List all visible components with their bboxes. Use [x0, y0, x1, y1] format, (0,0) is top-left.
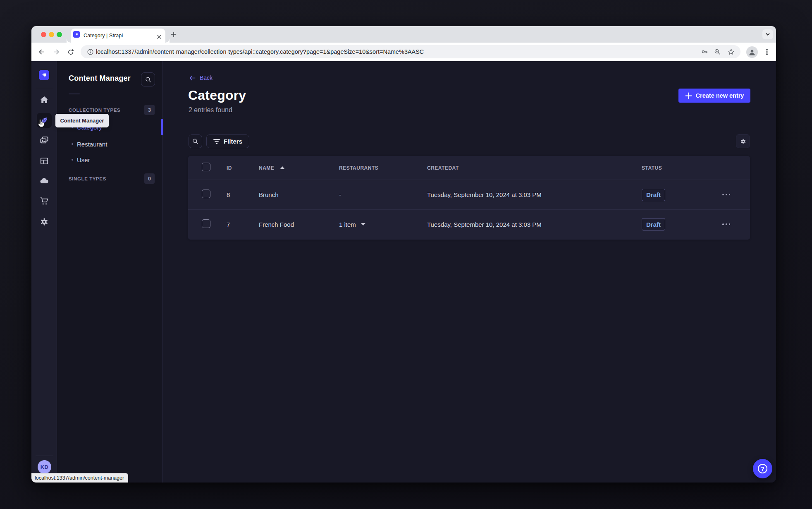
tab-search-chevron-icon[interactable]	[762, 29, 773, 39]
create-button-label: Create new entry	[696, 92, 744, 99]
question-mark-icon: ?	[758, 464, 767, 473]
select-cell	[188, 190, 227, 200]
subnav-item-restaurant[interactable]: Restaurant	[57, 136, 162, 152]
table-settings-button[interactable]	[736, 134, 750, 148]
tooltip-label: Content Manager	[60, 118, 104, 124]
collection-types-count-badge: 3	[144, 105, 155, 115]
column-header-createdat[interactable]: CREATEDAT	[427, 165, 642, 171]
single-types-count-badge: 0	[144, 173, 155, 184]
browser-profile-avatar[interactable]	[746, 46, 758, 58]
strapi-favicon-icon	[73, 31, 80, 38]
tab-strip: Category | Strapi	[31, 26, 776, 43]
cell-restaurants[interactable]: 1 item	[339, 221, 427, 228]
header-label: STATUS	[642, 165, 662, 171]
browser-window: Category | Strapi	[31, 26, 776, 483]
subnav-divider	[69, 94, 80, 94]
browser-back-icon[interactable]	[36, 46, 47, 58]
status-badge: Draft	[642, 189, 665, 201]
url-text: localhost:1337/admin/content-manager/col…	[96, 45, 424, 58]
back-arrow-icon	[189, 75, 196, 81]
tab-close-icon[interactable]	[156, 34, 162, 40]
entries-count: 2 entries found	[189, 106, 232, 114]
column-header-restaurants[interactable]: RESTAURANTS	[339, 165, 427, 171]
address-bar[interactable]: localhost:1337/admin/content-manager/col…	[81, 45, 740, 58]
nav-home-icon[interactable]	[37, 92, 52, 107]
filters-button-label: Filters	[224, 138, 242, 145]
cell-createdat: Tuesday, September 10, 2024 at 3:03 PM	[427, 191, 642, 198]
site-info-icon[interactable]	[85, 46, 96, 57]
nav-media-library-icon[interactable]	[37, 133, 52, 148]
select-cell	[188, 163, 227, 173]
row-actions-menu-icon[interactable]	[719, 223, 750, 225]
expand-relation-icon	[361, 223, 365, 226]
row-actions-menu-icon[interactable]	[719, 194, 750, 196]
cell-name: French Food	[259, 221, 339, 228]
rail-divider	[36, 456, 53, 456]
subnav-search-button[interactable]	[141, 72, 155, 86]
table-row[interactable]: 8 Brunch - Tuesday, September 10, 2024 a…	[188, 180, 750, 209]
cell-name: Brunch	[259, 191, 339, 198]
bullet-icon	[72, 143, 73, 145]
main-content: Back Category 2 entries found Create new…	[163, 61, 776, 483]
password-manager-key-icon[interactable]	[699, 46, 710, 57]
user-avatar[interactable]: KD	[38, 460, 51, 474]
help-button[interactable]: ?	[753, 459, 772, 478]
search-button[interactable]	[189, 134, 202, 148]
back-link[interactable]: Back	[189, 72, 213, 83]
strapi-admin-page: KD Content Manager COLLECTION TYPES 3 Ca…	[31, 61, 776, 483]
cell-restaurants: -	[339, 191, 427, 198]
browser-menu-icon[interactable]	[761, 46, 773, 58]
browser-toolbar: localhost:1337/admin/content-manager/col…	[31, 43, 776, 61]
filters-button[interactable]: Filters	[206, 134, 249, 148]
nav-settings-icon[interactable]	[37, 214, 52, 229]
tab-title: Category | Strapi	[84, 33, 123, 38]
sort-ascending-icon	[280, 166, 285, 169]
subnav-item-label: User	[77, 156, 90, 163]
create-new-entry-button[interactable]: Create new entry	[678, 89, 750, 103]
subnav-item-label: Restaurant	[77, 141, 107, 148]
relation-count-label: 1 item	[339, 221, 356, 228]
nav-cloud-icon[interactable]	[37, 173, 52, 188]
browser-tab[interactable]: Category | Strapi	[71, 29, 165, 43]
column-header-status[interactable]: STATUS	[642, 165, 719, 171]
header-label: CREATEDAT	[427, 165, 459, 171]
cell-createdat: Tuesday, September 10, 2024 at 3:03 PM	[427, 221, 642, 228]
page-title: Category	[188, 88, 246, 103]
entries-table: ID NAME RESTAURANTS CREATEDAT STATUS 8	[188, 156, 750, 240]
filter-icon	[213, 139, 220, 144]
back-label: Back	[200, 74, 213, 81]
row-checkbox[interactable]	[202, 190, 210, 198]
single-types-section: SINGLE TYPES 0	[69, 173, 155, 184]
browser-reload-icon[interactable]	[65, 46, 76, 58]
browser-forward-icon[interactable]	[50, 46, 62, 58]
content-manager-tooltip: Content Manager	[55, 114, 109, 127]
rail-divider	[36, 88, 53, 88]
maximize-window-button[interactable]	[57, 32, 62, 37]
table-row[interactable]: 7 French Food 1 item Tuesday, September …	[188, 209, 750, 239]
header-label: NAME	[259, 165, 274, 171]
status-badge: Draft	[642, 218, 665, 230]
header-label: ID	[227, 165, 232, 171]
nav-content-type-builder-icon[interactable]	[37, 154, 52, 168]
select-cell	[188, 219, 227, 230]
table-header-row: ID NAME RESTAURANTS CREATEDAT STATUS	[188, 156, 750, 180]
single-types-label: SINGLE TYPES	[69, 176, 106, 181]
nav-marketplace-icon[interactable]	[37, 194, 52, 209]
zoom-lens-icon[interactable]	[712, 46, 723, 57]
bullet-icon	[72, 159, 73, 161]
column-header-name[interactable]: NAME	[259, 165, 339, 171]
minimize-window-button[interactable]	[49, 32, 54, 37]
cell-id: 7	[227, 221, 259, 228]
subnav-item-user[interactable]: User	[57, 151, 162, 168]
new-tab-button[interactable]	[169, 29, 179, 39]
select-all-checkbox[interactable]	[202, 163, 210, 171]
link-preview-statusbar: localhost:1337/admin/content-manager	[31, 473, 128, 483]
column-header-id[interactable]: ID	[227, 165, 259, 171]
close-window-button[interactable]	[41, 32, 46, 37]
cell-id: 8	[227, 191, 259, 198]
row-checkbox[interactable]	[202, 219, 210, 228]
header-label: RESTAURANTS	[339, 165, 378, 171]
bookmark-star-icon[interactable]	[726, 46, 736, 57]
strapi-logo[interactable]	[39, 70, 49, 80]
mouse-cursor	[38, 119, 45, 127]
